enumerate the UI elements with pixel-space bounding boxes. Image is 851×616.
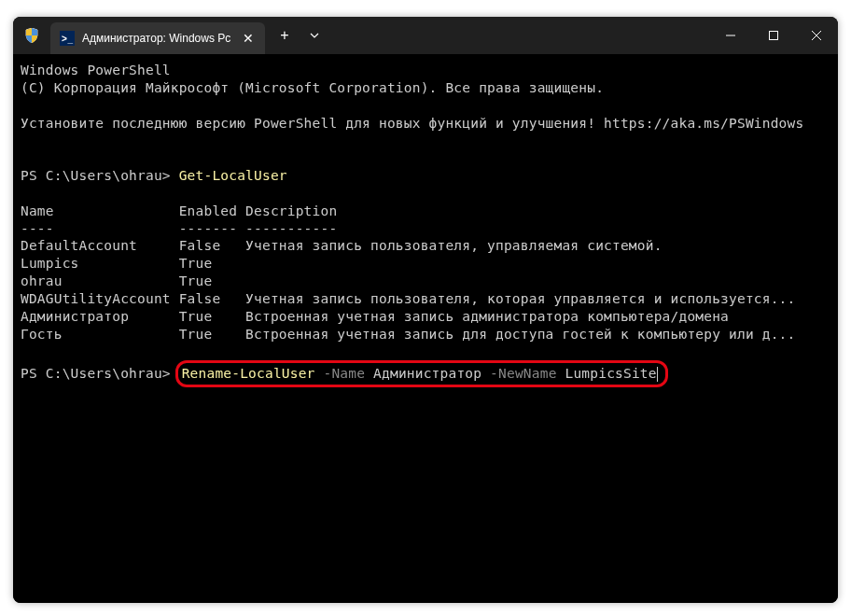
close-tab-button[interactable]: ✕ (241, 31, 256, 46)
highlighted-command: Rename-LocalUser -Name Администратор -Ne… (175, 360, 668, 387)
param-newname: -NewName (481, 366, 556, 381)
users-table: Name Enabled Description ---- ------- --… (21, 203, 795, 342)
active-tab[interactable]: Администратор: Windows Pc ✕ (50, 22, 265, 54)
tab-title: Администратор: Windows Pc (82, 32, 233, 45)
maximize-button[interactable] (752, 17, 795, 54)
tab-dropdown-button[interactable] (300, 20, 328, 51)
terminal-body[interactable]: Windows PowerShell (C) Корпорация Майкро… (13, 54, 838, 603)
terminal-window: Администратор: Windows Pc ✕ + Windows Po… (13, 17, 838, 603)
param-name-value: Администратор (365, 366, 481, 381)
param-newname-value: LumpicsSite (557, 366, 657, 381)
prompt-1-command: Get-LocalUser (179, 168, 287, 183)
minimize-button[interactable] (709, 17, 752, 54)
window-controls (709, 17, 838, 54)
prompt-2-prefix: PS C:\Users\ohrau> (21, 366, 179, 381)
uac-shield-icon (13, 17, 50, 54)
close-window-button[interactable] (795, 17, 838, 54)
ps-notice: Установите последнюю версию PowerShell д… (21, 116, 803, 131)
ps-header-line2: (C) Корпорация Майкрософт (Microsoft Cor… (21, 80, 604, 95)
text-cursor (657, 367, 658, 382)
prompt-2-command: Rename-LocalUser (182, 366, 315, 381)
powershell-icon (60, 31, 75, 46)
svg-rect-1 (770, 32, 778, 40)
prompt-1-prefix: PS C:\Users\ohrau> (21, 168, 179, 183)
param-name: -Name (315, 366, 366, 381)
ps-header-line1: Windows PowerShell (21, 63, 171, 77)
new-tab-button[interactable]: + (269, 20, 300, 51)
title-bar: Администратор: Windows Pc ✕ + (13, 17, 838, 54)
